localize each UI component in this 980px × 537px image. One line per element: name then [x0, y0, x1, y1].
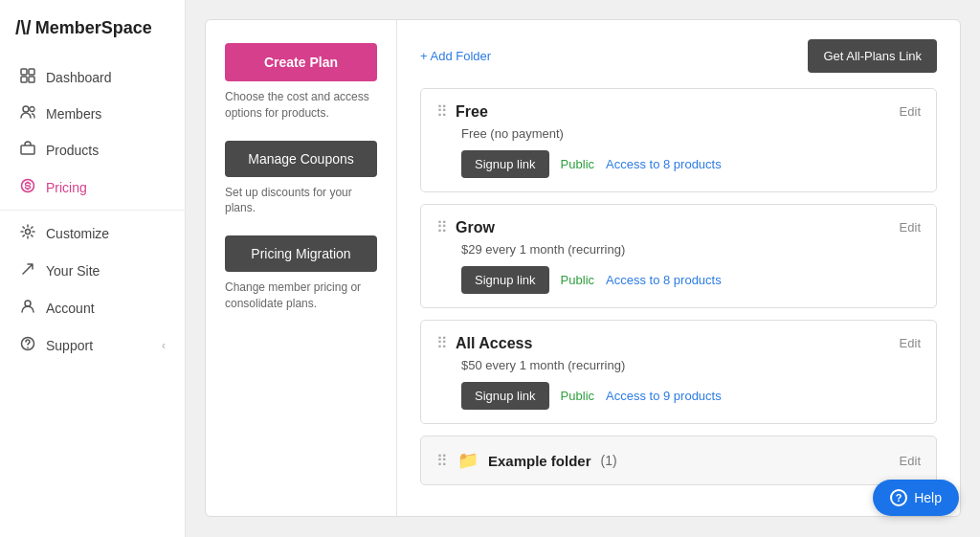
- plan-card-free: ⠿ Free Edit Free (no payment) Signup lin…: [420, 88, 937, 192]
- plan-price-free: Free (no payment): [461, 126, 921, 141]
- right-header: + Add Folder Get All-Plans Link: [420, 39, 937, 73]
- sidebar-item-label: Products: [46, 143, 99, 158]
- folder-card: ⠿ 📁 Example folder (1) Edit: [420, 436, 937, 485]
- folder-count: (1): [601, 453, 617, 468]
- manage-coupons-button[interactable]: Manage Coupons: [225, 141, 377, 177]
- public-link-free[interactable]: Public: [561, 157, 594, 171]
- create-plan-button[interactable]: Create Plan: [225, 43, 377, 81]
- sidebar-item-label: Customize: [46, 226, 109, 241]
- sidebar-item-label: Dashboard: [46, 70, 112, 85]
- sidebar-item-label: Members: [46, 106, 101, 122]
- pricing-migration-desc: Change member pricing or consolidate pla…: [225, 280, 377, 312]
- plan-drag-title-grow: ⠿ Grow: [436, 218, 495, 236]
- plan-edit-all-access[interactable]: Edit: [900, 336, 921, 350]
- svg-point-4: [23, 106, 29, 112]
- account-icon: [19, 299, 36, 317]
- svg-rect-3: [29, 77, 34, 82]
- folder-icon: 📁: [457, 450, 479, 471]
- sidebar-item-pricing[interactable]: Pricing: [0, 168, 185, 206]
- access-link-all-access[interactable]: Access to 9 products: [606, 389, 722, 403]
- manage-coupons-desc: Set up discounts for your plans.: [225, 185, 377, 217]
- your-site-icon: [19, 261, 36, 280]
- pricing-migration-button[interactable]: Pricing Migration: [225, 235, 377, 272]
- plan-drag-title-all-access: ⠿ All Access: [436, 334, 532, 352]
- public-link-grow[interactable]: Public: [561, 273, 594, 287]
- plan-name-grow: Grow: [456, 219, 495, 236]
- plan-header-free: ⠿ Free Edit: [436, 102, 921, 121]
- sidebar-item-label: Account: [46, 301, 95, 316]
- products-icon: [19, 141, 36, 159]
- create-plan-desc: Choose the cost and access options for p…: [225, 89, 377, 122]
- app-name: MemberSpace: [35, 18, 152, 38]
- plan-actions-free: Signup link Public Access to 8 products: [461, 150, 921, 178]
- sidebar-item-label: Your Site: [46, 263, 100, 279]
- svg-rect-0: [21, 69, 27, 75]
- sidebar-item-label: Pricing: [46, 180, 87, 195]
- app-logo: /\/ MemberSpace: [0, 0, 185, 55]
- left-panel: Create Plan Choose the cost and access o…: [206, 20, 397, 516]
- plan-drag-title-free: ⠿ Free: [436, 102, 488, 121]
- collapse-icon: ‹: [162, 339, 166, 352]
- drag-handle-grow[interactable]: ⠿: [436, 218, 448, 236]
- plan-price-grow: $29 every 1 month (recurring): [461, 242, 921, 257]
- help-label: Help: [914, 490, 942, 505]
- main-content: Create Plan Choose the cost and access o…: [186, 0, 980, 537]
- access-link-free[interactable]: Access to 8 products: [606, 157, 722, 171]
- plan-card-all-access: ⠿ All Access Edit $50 every 1 month (rec…: [420, 320, 937, 424]
- pricing-icon: [19, 178, 36, 196]
- drag-handle-folder[interactable]: ⠿: [436, 452, 448, 470]
- right-panel: + Add Folder Get All-Plans Link ⠿ Free E…: [397, 20, 960, 516]
- sidebar-item-products[interactable]: Products: [0, 131, 185, 168]
- drag-handle-free[interactable]: ⠿: [436, 102, 448, 121]
- sidebar-item-members[interactable]: Members: [0, 96, 185, 131]
- plan-price-all-access: $50 every 1 month (recurring): [461, 358, 921, 372]
- members-icon: [19, 105, 36, 122]
- plan-header-all-access: ⠿ All Access Edit: [436, 334, 921, 352]
- get-all-plans-button[interactable]: Get All-Plans Link: [808, 39, 937, 73]
- help-icon: ?: [890, 489, 907, 506]
- add-folder-link[interactable]: + Add Folder: [420, 49, 491, 63]
- plan-card-grow: ⠿ Grow Edit $29 every 1 month (recurring…: [420, 204, 937, 308]
- plan-edit-free[interactable]: Edit: [900, 104, 921, 119]
- sidebar-nav: Dashboard Members Products: [0, 55, 185, 368]
- plan-actions-grow: Signup link Public Access to 8 products: [461, 266, 921, 294]
- access-link-grow[interactable]: Access to 8 products: [606, 273, 722, 287]
- sidebar: /\/ MemberSpace Dashboard: [0, 0, 186, 537]
- dashboard-icon: [19, 68, 36, 86]
- content-card: Create Plan Choose the cost and access o…: [205, 19, 961, 517]
- sidebar-item-dashboard[interactable]: Dashboard: [0, 58, 185, 96]
- plan-actions-all-access: Signup link Public Access to 9 products: [461, 382, 921, 410]
- sidebar-item-customize[interactable]: Customize: [0, 214, 185, 252]
- logo-icon: /\/: [15, 17, 32, 39]
- svg-rect-2: [21, 77, 27, 82]
- signup-link-button-free[interactable]: Signup link: [461, 150, 549, 178]
- plan-name-free: Free: [456, 103, 488, 121]
- sidebar-item-account[interactable]: Account: [0, 289, 185, 326]
- svg-point-9: [25, 301, 31, 306]
- sidebar-item-support[interactable]: Support ‹: [0, 326, 185, 364]
- svg-point-8: [26, 230, 31, 235]
- public-link-all-access[interactable]: Public: [561, 389, 594, 403]
- folder-edit-link[interactable]: Edit: [900, 454, 921, 468]
- plan-edit-grow[interactable]: Edit: [900, 220, 921, 235]
- plan-name-all-access: All Access: [456, 335, 532, 352]
- folder-name: Example folder: [488, 453, 591, 469]
- plan-header-grow: ⠿ Grow Edit: [436, 218, 921, 236]
- svg-rect-1: [29, 69, 34, 75]
- customize-icon: [19, 224, 36, 242]
- help-button[interactable]: ? Help: [873, 480, 959, 516]
- signup-link-button-all-access[interactable]: Signup link: [461, 382, 549, 410]
- sidebar-item-label: Support: [46, 338, 93, 353]
- support-icon: [19, 336, 36, 354]
- svg-point-5: [30, 107, 34, 112]
- drag-handle-all-access[interactable]: ⠿: [436, 334, 448, 352]
- folder-left: ⠿ 📁 Example folder (1): [436, 450, 617, 471]
- svg-rect-6: [21, 145, 34, 154]
- sidebar-item-your-site[interactable]: Your Site: [0, 252, 185, 289]
- signup-link-button-grow[interactable]: Signup link: [461, 266, 549, 294]
